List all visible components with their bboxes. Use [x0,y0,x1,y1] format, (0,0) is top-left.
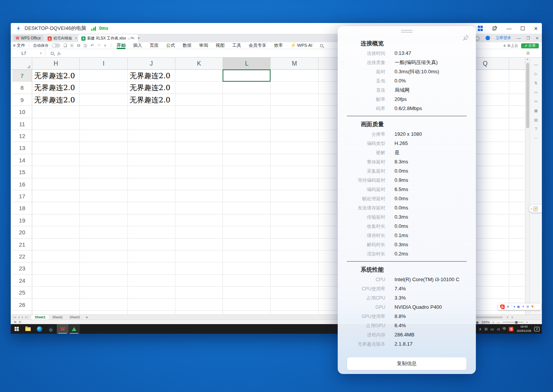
fx-icon[interactable]: fx [58,51,61,56]
file-explorer-icon[interactable] [22,324,34,334]
sheet-tab-Sheet2[interactable]: Sheet2 [49,315,66,320]
volume-icon[interactable]: ◁ [497,327,500,331]
ribbon-tab-视图[interactable]: 视图 [212,42,228,49]
adjust-tool-icon[interactable]: ⇅ [530,81,542,85]
search-icon[interactable] [320,44,323,47]
tray-clock[interactable]: 16:43 2025/12/25 [517,325,531,333]
ribbon-tab-公式[interactable]: 公式 [162,42,179,49]
row-header-15[interactable]: 15 [12,166,32,178]
row-header-17[interactable]: 17 [12,190,32,202]
wps-maximize-icon[interactable]: ❐ [527,36,530,40]
ribbon-tab-审阅[interactable]: 审阅 [195,42,212,49]
copy-info-button[interactable]: 复制信息 [347,357,467,370]
sogou-tray-icon[interactable]: S [509,327,513,331]
edge-browser-icon[interactable] [34,324,45,334]
wps-close-icon[interactable]: ✕ [536,36,539,40]
sogou-logo-icon[interactable]: S [500,305,505,309]
sheet-nav-arrows[interactable]: |◂ ◂ ▸ ▸| [13,316,29,319]
cell-H9[interactable]: 无界趣连2.0 [32,94,128,106]
toolbar-chevron-icon[interactable]: ∨ [104,44,106,47]
display-icon[interactable]: ▭ [490,327,494,331]
row-header-27[interactable]: 27 [12,311,32,315]
doc-tab-template[interactable]: ▲ 稻壳AI模板 ✕ [45,35,81,42]
punctuation-icon[interactable]: ' [511,305,512,308]
wps-taskbar-icon[interactable]: W [57,324,68,334]
cell-H8[interactable]: 无界趣连2.0 [32,82,128,94]
ribbon-tab-开始[interactable]: 开始 [113,42,129,49]
row-header-13[interactable]: 13 [12,142,32,154]
print-icon[interactable]: ⊟ [77,43,80,48]
ime-mode-icon[interactable]: ⊕ [507,305,509,308]
row-header-14[interactable]: 14 [12,154,32,166]
add-sheet-button[interactable]: + [86,315,88,320]
table-tool-icon[interactable]: ▤ [530,118,542,122]
row-header-11[interactable]: 11 [12,118,32,130]
row-header-18[interactable]: 18 [12,202,32,214]
horizontal-scrollbar-arrows[interactable]: ◂ ▸ [507,316,515,319]
print-preview-icon[interactable]: ◫ [84,43,87,48]
file-menu[interactable]: ≡ 文件 [11,43,27,48]
namebox-chevron-icon[interactable]: ∨ [40,51,42,55]
note-edit-icon[interactable] [492,26,497,31]
wps-office-launcher[interactable]: W WPS Office [13,35,43,41]
help-icon[interactable]: ◯ [475,36,479,40]
help-tool-icon[interactable]: ? [530,127,542,131]
app-grid-icon[interactable] [478,26,483,31]
undo-icon[interactable]: ↶ [91,43,94,48]
minimize-button[interactable]: — [507,26,512,31]
redo-icon[interactable]: ↷ [97,43,101,48]
toolbox-grid-icon[interactable]: ⊞ [527,305,529,308]
ribbon-tab-效率[interactable]: 效率 [270,42,287,49]
ribbon-tab-会员专享[interactable]: 会员专享 [245,42,270,49]
network-icon[interactable]: ⊡ [484,327,487,331]
pin-icon[interactable] [462,35,469,41]
row-header-26[interactable]: 26 [12,299,32,311]
select-all-corner[interactable] [12,58,32,70]
row-header-25[interactable]: 25 [12,287,32,298]
column-header-J[interactable]: J [128,58,175,70]
green-triangle-app-icon[interactable] [68,324,80,334]
login-link[interactable]: 立即登录 [496,35,511,41]
zoom-slider[interactable] [503,322,523,323]
row-header-9[interactable]: 9 [12,94,32,106]
row-header-20[interactable]: 20 [12,226,32,238]
cell-J7[interactable]: 无界趣连2.0 [128,70,223,82]
row-header-23[interactable]: 23 [12,262,32,274]
formula-search-icon[interactable] [51,52,54,55]
sogou-input-toolbar[interactable]: S ⊕ ' ♦ ▦ ✦ ⊞ ◥ [498,303,541,310]
sheet-tab-Sheet1[interactable]: Sheet1 [31,315,49,320]
row-header-16[interactable]: 16 [12,178,32,190]
expand-toolbar-icon[interactable]: « [530,207,532,211]
cell-H7[interactable]: 无界趣连2.0 [32,70,128,82]
viewer-floating-toolbar[interactable]: « ⚡ [529,205,542,212]
formula-expand-icon[interactable]: ⊞ [527,51,530,55]
zoom-level[interactable]: 320% [482,320,490,324]
more-tools-icon[interactable]: ⋯ [530,136,542,140]
new-tab-button[interactable]: + [130,35,134,41]
ribbon-tab-页面[interactable]: 页面 [146,42,162,49]
column-header-K[interactable]: K [175,58,223,70]
shape-tool-icon[interactable]: ▭ [530,90,542,94]
steam-icon[interactable] [45,324,57,334]
row-header-24[interactable]: 24 [12,275,32,287]
maximize-button[interactable] [521,26,525,30]
ime-indicator[interactable]: 中 [502,326,506,331]
ribbon-tab-数据[interactable]: 数据 [179,42,195,49]
ribbon-tab-工具[interactable]: 工具 [228,42,245,49]
save-icon[interactable]: ❏ [63,43,67,48]
column-header-H[interactable]: H [32,58,80,70]
page-layout-icon[interactable]: ▣ [476,321,479,324]
tray-chevron-icon[interactable]: ∧ [479,327,482,331]
column-header-L[interactable]: L [223,58,271,70]
not-synced-status[interactable]: ⊕ 未上云 [503,43,518,48]
user-avatar[interactable]: 👤 [485,36,490,40]
skin-icon[interactable]: ✦ [522,305,525,308]
zoom-in-button[interactable]: + [526,321,528,324]
row-header-21[interactable]: 21 [12,239,32,250]
macro-record-icon[interactable]: ⊟ [19,320,24,324]
horizontal-scrollbar-thumb[interactable] [476,316,503,318]
mic-icon[interactable]: ♦ [513,305,515,308]
row-header-12[interactable]: 12 [12,130,32,142]
cell-J9[interactable]: 无界趣连2.0 [128,94,223,106]
zoom-slider-thumb[interactable] [515,321,518,324]
